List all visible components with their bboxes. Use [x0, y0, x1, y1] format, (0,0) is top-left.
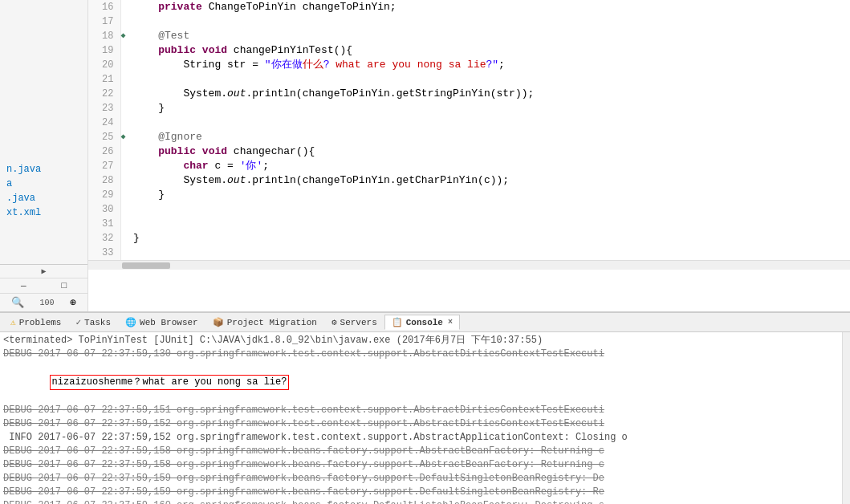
code-table: 16 private ChangeToPinYin changeToPinYin…: [88, 0, 850, 260]
line-code: public void changePinYinTest(){: [130, 43, 850, 58]
line-arrow: [120, 144, 130, 159]
line-code: private ChangeToPinYin changeToPinYin;: [130, 0, 850, 14]
line-arrow: [120, 0, 130, 14]
line-number: 33: [88, 246, 120, 260]
line-arrow: [120, 116, 130, 130]
sidebar-item-a[interactable]: a: [6, 177, 81, 191]
sidebar: n.java a .java xt.xml ▶ — □ 🔍 100 ⊕: [0, 0, 88, 311]
zoom-100-label: 100: [40, 299, 55, 307]
table-row: 24: [88, 116, 850, 130]
console-scrollbar[interactable]: [842, 332, 850, 504]
line-arrow: [120, 58, 130, 72]
line-arrow: [120, 246, 130, 260]
line-number: 25: [88, 130, 120, 144]
tab-console-label: Console: [406, 318, 443, 327]
list-item: INFO 2017-06-07 22:37:59,152 org.springf…: [3, 431, 839, 445]
search-icon[interactable]: 🔍: [11, 296, 24, 309]
list-item: DEBUG 2017-06-07 22:37:59,160 org.spring…: [3, 499, 839, 504]
sidebar-item-java[interactable]: .java: [6, 191, 81, 205]
line-arrow: [120, 14, 130, 29]
tab-servers-label: Servers: [340, 318, 377, 327]
line-code: [130, 116, 850, 130]
line-code: char c = '你';: [130, 159, 850, 173]
line-number: 22: [88, 87, 120, 101]
tab-console[interactable]: 📋 Console ×: [384, 315, 460, 330]
tab-project-migration-label: Project Migration: [227, 318, 317, 327]
line-code: String str = "你在做什么? what are you nong s…: [130, 58, 850, 72]
sidebar-item-xtxml[interactable]: xt.xml: [6, 205, 81, 220]
line-number: 30: [88, 202, 120, 217]
project-migration-icon: 📦: [213, 317, 224, 327]
line-number: 17: [88, 14, 120, 29]
tab-tasks[interactable]: ✓ Tasks: [68, 315, 118, 330]
table-row: 22 System.out.println(changeToPinYin.get…: [88, 87, 850, 101]
list-item: DEBUG 2017-06-07 22:37:59,152 org.spring…: [3, 417, 839, 431]
list-item: DEBUG 2017-06-07 22:37:59,158 org.spring…: [3, 458, 839, 472]
tasks-icon: ✓: [75, 317, 81, 327]
tab-project-migration[interactable]: 📦 Project Migration: [205, 315, 324, 330]
line-arrow: [120, 188, 130, 202]
line-number: 28: [88, 173, 120, 188]
table-row: 20 String str = "你在做什么? what are you non…: [88, 58, 850, 72]
line-arrow: [120, 159, 130, 173]
line-code: @Ignore: [130, 130, 850, 144]
line-code: }: [130, 101, 850, 116]
line-number: 23: [88, 101, 120, 116]
code-editor[interactable]: 16 private ChangeToPinYin changeToPinYin…: [88, 0, 850, 311]
console-output[interactable]: <terminated> ToPinYinTest [JUnit] C:\JAV…: [0, 332, 842, 504]
table-row: 27 char c = '你';: [88, 159, 850, 173]
line-number: 19: [88, 43, 120, 58]
table-row: 21: [88, 72, 850, 87]
line-code: System.out.println(changeToPinYin.getCha…: [130, 173, 850, 188]
scroll-right-icon[interactable]: ▶: [41, 266, 46, 276]
line-number: 31: [88, 217, 120, 231]
line-arrow: [120, 217, 130, 231]
line-code: [130, 14, 850, 29]
line-number: 21: [88, 72, 120, 87]
table-row: 23 }: [88, 101, 850, 116]
table-row: 25 ◆ @Ignore: [88, 130, 850, 144]
table-row: 29 }: [88, 188, 850, 202]
table-row: 31: [88, 217, 850, 231]
line-arrow: ◆: [120, 29, 130, 43]
file-tree: n.java a .java xt.xml: [0, 161, 87, 222]
line-arrow: [120, 72, 130, 87]
line-arrow: ◆: [120, 130, 130, 144]
sidebar-item-njava[interactable]: n.java: [6, 162, 81, 177]
line-arrow: [120, 87, 130, 101]
line-number: 32: [88, 231, 120, 246]
bottom-tabs: ⚠ Problems ✓ Tasks 🌐 Web Browser 📦 Proje…: [0, 313, 850, 332]
tab-problems[interactable]: ⚠ Problems: [3, 315, 68, 330]
problems-icon: ⚠: [10, 317, 16, 327]
restore-button[interactable]: □: [61, 281, 67, 291]
line-code: [130, 202, 850, 217]
tab-servers[interactable]: ⚙ Servers: [324, 315, 384, 330]
line-arrow: [120, 43, 130, 58]
line-number: 18: [88, 29, 120, 43]
list-item: <terminated> ToPinYinTest [JUnit] C:\JAV…: [3, 334, 839, 348]
line-number: 26: [88, 144, 120, 159]
table-row: 26 public void changechar(){: [88, 144, 850, 159]
list-item: DEBUG 2017-06-07 22:37:59,159 org.spring…: [3, 486, 839, 499]
console-wrapper: <terminated> ToPinYinTest [JUnit] C:\JAV…: [0, 332, 850, 504]
list-item: DEBUG 2017-06-07 22:37:59,151 org.spring…: [3, 404, 839, 417]
line-code: }: [130, 231, 850, 246]
minimize-button[interactable]: —: [21, 281, 26, 291]
tab-console-close[interactable]: ×: [448, 318, 453, 327]
table-row: 16 private ChangeToPinYin changeToPinYin…: [88, 0, 850, 14]
line-number: 20: [88, 58, 120, 72]
zoom-icon[interactable]: ⊕: [70, 296, 76, 309]
table-row: 19 public void changePinYinTest(){: [88, 43, 850, 58]
line-code: System.out.println(changeToPinYin.getStr…: [130, 87, 850, 101]
line-code: [130, 72, 850, 87]
line-code: public void changechar(){: [130, 144, 850, 159]
tab-problems-label: Problems: [19, 318, 62, 327]
tab-web-browser[interactable]: 🌐 Web Browser: [118, 315, 205, 330]
line-arrow: [120, 101, 130, 116]
table-row: 30: [88, 202, 850, 217]
list-item: DEBUG 2017-06-07 22:37:59,159 org.spring…: [3, 472, 839, 486]
line-number: 16: [88, 0, 120, 14]
line-arrow: [120, 202, 130, 217]
list-item: DEBUG 2017-06-07 22:37:59,130 org.spring…: [3, 348, 839, 361]
line-code: [130, 246, 850, 260]
